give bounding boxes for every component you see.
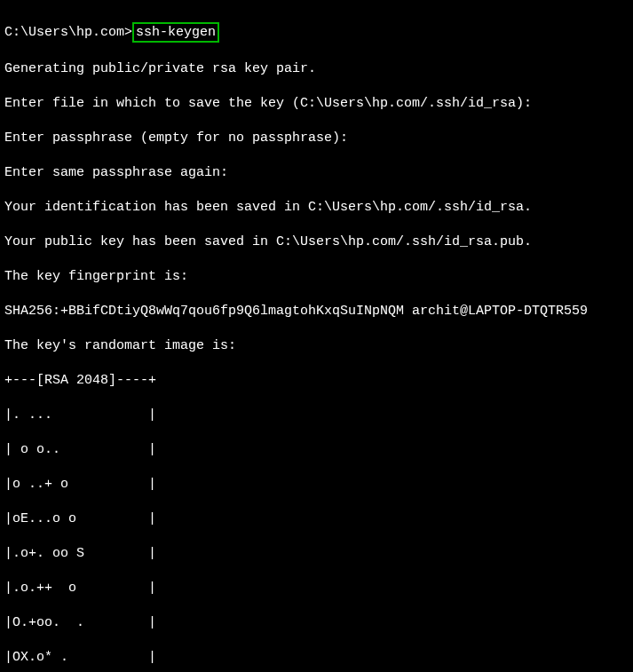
output-line: Enter passphrase (empty for no passphras… xyxy=(4,130,629,147)
randomart-line: |.o+. oo S | xyxy=(4,545,629,563)
output-line: Enter same passphrase again: xyxy=(4,164,629,182)
output-line: SHA256:+BBifCDtiyQ8wWq7qou6fp9Q6lmagtohK… xyxy=(4,303,629,320)
output-line: Your public key has been saved in C:\Use… xyxy=(4,233,629,251)
prompt: C:\Users\hp.com> xyxy=(4,25,132,40)
randomart-line: |.o.++ o | xyxy=(4,580,629,597)
randomart-line: |O.+oo. . | xyxy=(4,614,629,632)
terminal-output: C:\Users\hp.com>ssh-keygen Generating pu… xyxy=(4,4,629,672)
randomart-line: | o o.. | xyxy=(4,441,629,459)
randomart-line: |o ..+ o | xyxy=(4,476,629,494)
output-line: Your identification has been saved in C:… xyxy=(4,199,629,217)
output-line: The key's randomart image is: xyxy=(4,337,629,355)
randomart-line: |. ... | xyxy=(4,407,629,424)
randomart-line: |OX.o* . | xyxy=(4,649,629,667)
output-line: Enter file in which to save the key (C:\… xyxy=(4,95,629,113)
output-line: Generating public/private rsa key pair. xyxy=(4,60,629,78)
highlighted-command: ssh-keygen xyxy=(132,22,219,43)
randomart-line: +---[RSA 2048]----+ xyxy=(4,372,629,390)
output-line: The key fingerprint is: xyxy=(4,268,629,286)
randomart-line: |oE...o o | xyxy=(4,510,629,528)
